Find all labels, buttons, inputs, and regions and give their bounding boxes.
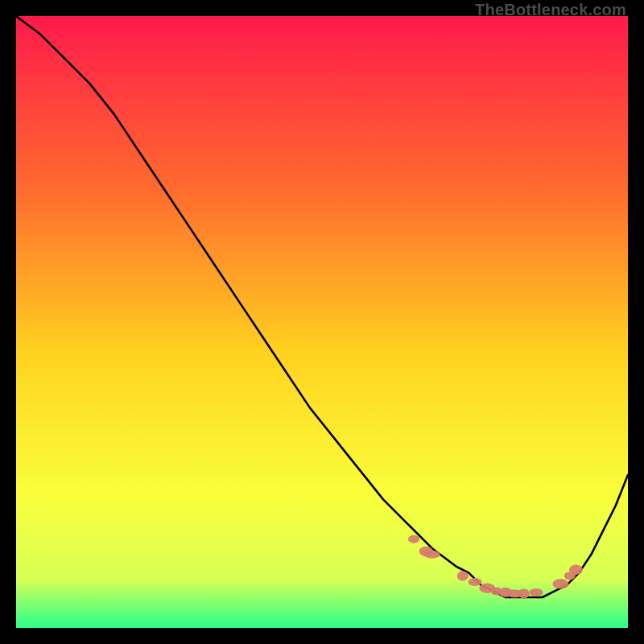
curve-layer [16, 16, 628, 628]
scatter-point [457, 571, 469, 580]
scatter-point [552, 579, 568, 588]
scatter-point [408, 535, 419, 543]
attribution-text: TheBottleneck.com [475, 1, 626, 19]
scatter-point [424, 551, 440, 559]
chart-frame [16, 16, 628, 628]
scatter-point [518, 588, 530, 598]
scatter-point [530, 588, 543, 597]
bottleneck-curve [16, 16, 628, 597]
scatter-point [469, 578, 482, 586]
scatter-point [569, 565, 583, 575]
